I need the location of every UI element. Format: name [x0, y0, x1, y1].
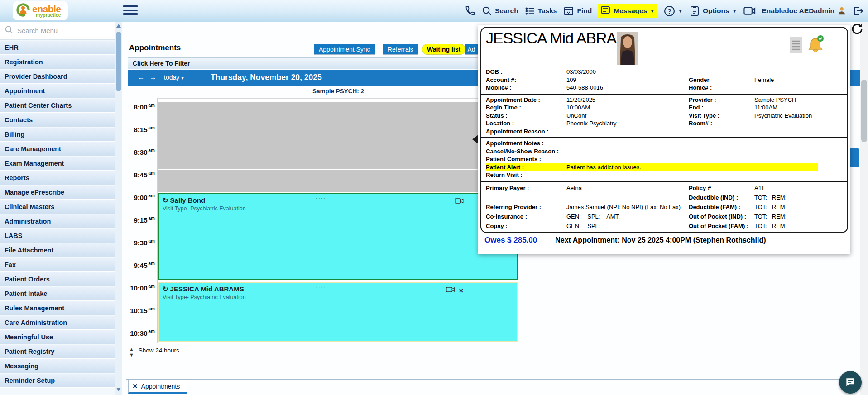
event-close-icon[interactable]: ✕: [459, 287, 464, 294]
sidebar-item-labs[interactable]: LABS: [0, 228, 115, 243]
page-scrollbar[interactable]: [860, 22, 868, 395]
sidebar-item-billing[interactable]: Billing: [0, 127, 115, 142]
phone-button[interactable]: [465, 5, 475, 16]
sidebar-item-patient-intake[interactable]: Patient Intake: [0, 286, 115, 301]
drag-handle-icon[interactable]: ····: [316, 195, 326, 201]
next-day-button[interactable]: →: [149, 73, 156, 81]
sidebar-item-contacts[interactable]: Contacts: [0, 113, 115, 127]
patient-notes-icon[interactable]: [789, 37, 803, 56]
sidebar-menu: EHR Registration Provider Dashboard Appo…: [0, 40, 115, 388]
sidebar-item-appointment[interactable]: Appointment: [0, 84, 115, 98]
prev-day-button[interactable]: ←: [138, 73, 144, 81]
chat-button[interactable]: [839, 371, 862, 394]
logout-button[interactable]: [853, 5, 863, 16]
sidebar-item-care-management[interactable]: Care Management: [0, 142, 115, 156]
sidebar-item-patient-center-charts[interactable]: Patient Center Charts: [0, 98, 115, 113]
scroll-up-icon[interactable]: [116, 24, 121, 28]
sidebar: EHR Registration Provider Dashboard Appo…: [0, 22, 115, 395]
tasks-icon: [525, 6, 535, 16]
tab-bar-divider: [126, 379, 868, 380]
top-bar: enable mypractice Search Tasks: [0, 0, 868, 22]
appointment-event-sally-bond[interactable]: ···· ↻Sally Bond Visit Type- Psychiatric…: [158, 193, 518, 280]
provider-column-header: Sample PSYCH: 2: [157, 87, 519, 98]
nav-help[interactable]: ? ▼: [664, 5, 683, 17]
blocked-slot: [158, 170, 518, 192]
calendar-toolbar-sliver: [849, 70, 860, 86]
page-scrollbar-thumb[interactable]: [861, 80, 867, 142]
calendar-date-title: Thursday, November 20, 2025: [211, 73, 322, 82]
appointment-event-jessica-abrams[interactable]: ···· ↻JESSICA Mid ABRAMS Visit Type- Psy…: [158, 282, 518, 342]
owes-amount-link[interactable]: Owes $ 285.00: [484, 236, 537, 245]
nav-find[interactable]: Find: [563, 5, 592, 16]
nav-tasks[interactable]: Tasks: [525, 6, 557, 16]
calendar-find-icon: [563, 5, 574, 16]
filter-bar[interactable]: Click Here To Filter: [128, 57, 480, 69]
blocked-slot: [158, 124, 518, 147]
nav-options-label: Options: [703, 7, 729, 15]
sidebar-item-exam-management[interactable]: Exam Management: [0, 156, 115, 171]
messages-icon: [600, 5, 611, 16]
nav-messages[interactable]: Messages ▼: [598, 4, 657, 18]
telehealth-camera-icon[interactable]: [446, 286, 455, 295]
nav-options[interactable]: Options ▼: [689, 5, 737, 16]
tab-appointments[interactable]: ✕ Appointments: [128, 380, 187, 394]
sidebar-item-patient-registry[interactable]: Patient Registry: [0, 344, 115, 359]
referrals-button[interactable]: Referrals: [383, 44, 418, 55]
nav-search[interactable]: Search: [482, 6, 518, 16]
nav-user[interactable]: Enabledoc AEDadmin: [762, 6, 846, 16]
sidebar-item-clinical-masters[interactable]: Clinical Masters: [0, 200, 115, 214]
blocked-slot: [158, 102, 518, 124]
add-appointment-button[interactable]: Ad: [465, 44, 478, 55]
sidebar-item-manage-eprescribe[interactable]: Manage ePrescribe: [0, 185, 115, 200]
waiting-list-button[interactable]: Waiting list: [422, 44, 465, 55]
patient-info-popup: JESSICA Mid ABRAMS: [478, 25, 850, 254]
today-caret-icon: ▾: [181, 75, 184, 81]
today-button[interactable]: today ▾: [164, 74, 184, 81]
sidebar-item-administration[interactable]: Administration: [0, 214, 115, 228]
popup-section-notes: Appointment Notes : Cancel/No-Show Reaso…: [481, 137, 847, 181]
patient-photo[interactable]: [617, 32, 638, 65]
sidebar-search-box: [0, 22, 115, 40]
user-name-label: Enabledoc AEDadmin: [762, 7, 834, 15]
telehealth-camera-icon[interactable]: [455, 198, 464, 206]
sidebar-item-meaningful-use[interactable]: Meaningful Use: [0, 330, 115, 344]
sidebar-scrollbar[interactable]: [115, 22, 122, 395]
tab-close-icon[interactable]: ✕: [132, 382, 138, 390]
notification-bell-icon[interactable]: [807, 35, 825, 55]
refresh-button[interactable]: [851, 23, 863, 37]
popup-collapse-arrow-icon[interactable]: [472, 135, 478, 144]
sidebar-item-reminder-setup[interactable]: Reminder Setup: [0, 373, 115, 388]
nav-search-label: Search: [495, 7, 518, 15]
scroll-down-icon[interactable]: [116, 388, 121, 391]
popup-section-demographics: DOB :03/03/2000 Account #:109GenderFemal…: [481, 67, 847, 94]
menu-toggle-button[interactable]: [123, 5, 138, 16]
sidebar-item-file-attachment[interactable]: File Attachment: [0, 243, 115, 257]
recurring-icon: ↻: [163, 285, 168, 293]
show-24-hours-toggle[interactable]: ▲▼ Show 24 hours...: [129, 347, 184, 358]
event-visit-type: Visit Type- Psychiatric Evaluation: [163, 294, 517, 300]
appointment-sync-button[interactable]: Appointment Sync: [314, 44, 375, 55]
clipboard-icon: [689, 5, 700, 16]
sidebar-item-rules-management[interactable]: Rules Management: [0, 301, 115, 315]
top-nav: Search Tasks Find Messages ▼: [465, 0, 863, 22]
sidebar-item-messaging[interactable]: Messaging: [0, 359, 115, 373]
app-logo[interactable]: enable mypractice: [13, 1, 68, 20]
video-visit-button[interactable]: [743, 6, 756, 15]
sidebar-item-fax[interactable]: Fax: [0, 257, 115, 272]
sidebar-item-provider-dashboard[interactable]: Provider Dashboard: [0, 69, 115, 84]
logo-icon: [15, 2, 31, 19]
video-camera-icon: [743, 6, 756, 15]
help-icon: ?: [664, 5, 675, 17]
patient-alert-row: Patient Alert :Patient has addiction iss…: [486, 163, 818, 171]
provider-column-link[interactable]: Sample PSYCH: 2: [312, 88, 364, 95]
expand-collapse-icon: ▲▼: [129, 347, 134, 357]
sidebar-scrollbar-thumb[interactable]: [116, 32, 121, 91]
sidebar-search-input[interactable]: [17, 27, 99, 34]
sidebar-item-ehr[interactable]: EHR: [0, 40, 115, 55]
logout-icon: [853, 5, 863, 16]
sidebar-item-patient-orders[interactable]: Patient Orders: [0, 272, 115, 286]
sidebar-item-registration[interactable]: Registration: [0, 55, 115, 69]
sidebar-item-reports[interactable]: Reports: [0, 171, 115, 185]
sidebar-item-care-administration[interactable]: Care Administration: [0, 315, 115, 330]
drag-handle-icon[interactable]: ····: [316, 284, 326, 290]
